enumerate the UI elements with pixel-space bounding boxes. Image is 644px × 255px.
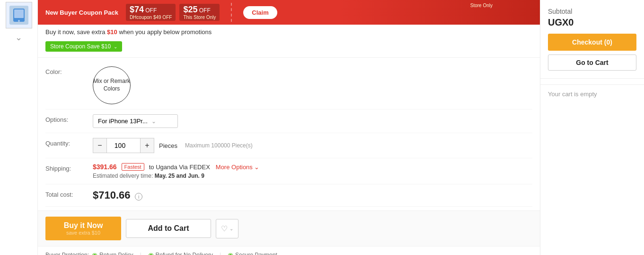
quantity-controls: − + Pieces Maximum 100000 Piece(s) bbox=[93, 138, 532, 153]
subtotal-label: Subtotal bbox=[548, 8, 636, 15]
color-chip-mix[interactable]: Mix or Remark Colors bbox=[93, 66, 131, 104]
main-content: New Buyer Coupon Pack $74 OFF DHcoupon $… bbox=[38, 0, 540, 255]
buy-now-button[interactable]: Buy it Now save extra $10 bbox=[45, 217, 121, 240]
info-icon[interactable]: i bbox=[135, 193, 142, 200]
chevron-down-icon: ⌄ bbox=[114, 44, 117, 49]
chevron-down-icon: ⌄ bbox=[254, 164, 259, 171]
subtotal-value: UGX0 bbox=[548, 17, 636, 28]
shipping-destination: to Uganda Via FEDEX bbox=[149, 164, 210, 171]
claim-button[interactable]: Claim bbox=[243, 6, 277, 19]
quantity-unit: Pieces bbox=[159, 142, 177, 149]
chevron-down-icon: ⌄ bbox=[151, 118, 156, 125]
options-row: Options: For iPhone 13Pr... ⌄ bbox=[45, 109, 532, 133]
svg-point-3 bbox=[18, 20, 20, 22]
quantity-value: − + Pieces Maximum 100000 Piece(s) bbox=[93, 138, 532, 153]
save-extra-row: Buy it now, save extra $10 when you appl… bbox=[38, 25, 540, 39]
fastest-badge: Fastest bbox=[122, 163, 144, 171]
options-label: Options: bbox=[45, 114, 93, 123]
buyer-protection-row: Buyer Protection: ◉ Return Policy | ◉ Re… bbox=[38, 246, 540, 255]
shield-icon: ◉ bbox=[92, 251, 97, 255]
color-value: Mix or Remark Colors bbox=[93, 66, 532, 104]
action-row: Buy it Now save extra $10 Add to Cart ♡ … bbox=[38, 210, 540, 246]
total-cost-label: Total cost: bbox=[45, 189, 93, 198]
add-to-cart-button[interactable]: Add to Cart bbox=[126, 219, 211, 238]
shield-icon: ◉ bbox=[228, 251, 233, 255]
shipping-label: Shipping: bbox=[45, 163, 93, 172]
store-coupon-row: Store Coupon Save $10 ⌄ bbox=[38, 39, 540, 57]
total-cost-row: Total cost: $710.66 i bbox=[45, 184, 532, 207]
shipping-row: Shipping: $391.66 Fastest to Uganda Via … bbox=[45, 158, 532, 184]
quantity-increase-button[interactable]: + bbox=[140, 138, 154, 153]
shipping-price: $391.66 bbox=[93, 163, 117, 171]
total-cost-value: $710.66 i bbox=[93, 189, 532, 201]
go-to-cart-button[interactable]: Go to Cart bbox=[548, 55, 636, 71]
thumbnail-scroll-down[interactable]: ⌄ bbox=[15, 32, 22, 43]
more-options-link[interactable]: More Options ⌄ bbox=[216, 164, 260, 171]
coupon-off-box: $74 OFF DHcoupon $49 OFF Store Only $25 … bbox=[126, 4, 220, 21]
total-cost-amount: $710.66 bbox=[93, 189, 131, 201]
options-area: Color: Mix or Remark Colors Options: For… bbox=[38, 57, 540, 210]
quantity-label: Quantity: bbox=[45, 138, 93, 147]
color-label: Color: bbox=[45, 66, 93, 75]
secure-payment-label: Secure Payment bbox=[235, 252, 277, 255]
coupon-separator bbox=[231, 3, 232, 22]
options-value: For iPhone 13Pr... ⌄ bbox=[93, 114, 532, 128]
svg-rect-2 bbox=[14, 9, 24, 18]
store-coupon: $25 OFF This Store Only bbox=[179, 4, 220, 21]
cart-panel: Subtotal UGX0 Checkout (0) Go to Cart Yo… bbox=[540, 0, 644, 255]
cart-header: Subtotal UGX0 Checkout (0) Go to Cart bbox=[540, 0, 644, 79]
buyer-protection-label: Buyer Protection: bbox=[45, 252, 89, 255]
delivery-estimate: Estimated delivery time: May. 25 and Jun… bbox=[93, 173, 532, 179]
no-delivery-item: ◉ Refund for No Delivery bbox=[148, 251, 213, 255]
shipping-value: $391.66 Fastest to Uganda Via FEDEX More… bbox=[93, 163, 532, 179]
cart-divider bbox=[540, 84, 644, 85]
quantity-decrease-button[interactable]: − bbox=[93, 138, 107, 153]
store-coupon-tag[interactable]: Store Coupon Save $10 ⌄ bbox=[45, 41, 122, 52]
wishlist-button[interactable]: ♡ ⌄ bbox=[216, 219, 238, 238]
heart-icon: ♡ bbox=[221, 224, 228, 233]
cart-empty-message: Your cart is empty bbox=[540, 91, 644, 98]
checkout-button[interactable]: Checkout (0) bbox=[548, 34, 636, 51]
product-thumbnail[interactable] bbox=[6, 2, 32, 28]
return-policy-label: Return Policy bbox=[99, 252, 133, 255]
dhcoupon: $74 OFF DHcoupon $49 OFF bbox=[126, 4, 176, 21]
options-dropdown[interactable]: For iPhone 13Pr... ⌄ bbox=[93, 114, 178, 128]
shield-icon: ◉ bbox=[148, 251, 154, 255]
coupon-title: New Buyer Coupon Pack bbox=[45, 9, 118, 16]
no-delivery-label: Refund for No Delivery bbox=[156, 252, 213, 255]
return-policy-item: ◉ Return Policy bbox=[92, 251, 133, 255]
chevron-down-icon: ⌄ bbox=[229, 226, 233, 231]
store-only-tag: Store Only bbox=[470, 3, 493, 8]
quantity-max: Maximum 100000 Piece(s) bbox=[185, 142, 253, 149]
color-row: Color: Mix or Remark Colors bbox=[45, 62, 532, 109]
quantity-row: Quantity: − + Pieces Maximum 100000 Piec… bbox=[45, 133, 532, 158]
coupon-banner: New Buyer Coupon Pack $74 OFF DHcoupon $… bbox=[38, 0, 540, 25]
secure-payment-item: ◉ Secure Payment bbox=[228, 251, 277, 255]
quantity-input[interactable] bbox=[107, 138, 140, 153]
thumbnail-panel: ⌄ bbox=[0, 0, 38, 255]
